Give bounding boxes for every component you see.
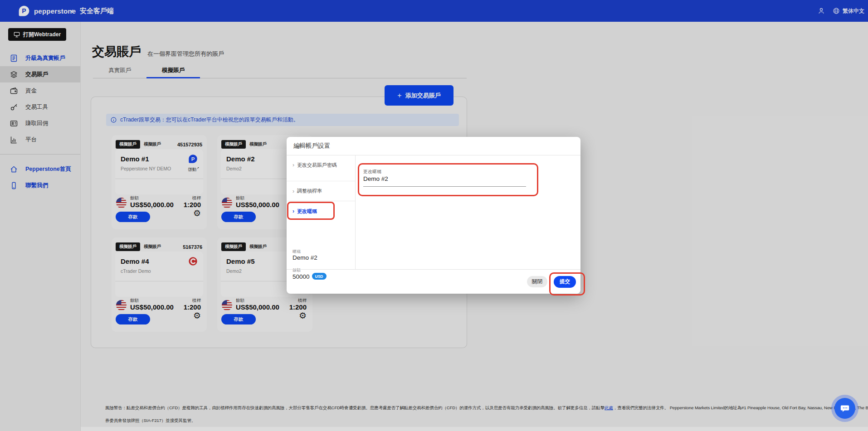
close-button[interactable]: 關閉 — [527, 276, 547, 287]
nickname-value: Demo #2 — [293, 254, 317, 261]
nickname-field-label: 更改暱稱 — [363, 169, 381, 175]
submit-button[interactable]: 提交 — [554, 276, 576, 288]
chat-icon — [840, 403, 850, 413]
modal-footer: 關閉 提交 — [287, 269, 580, 294]
modal-title: 編輯帳戶設置 — [287, 137, 580, 155]
edit-account-settings-modal: 編輯帳戶設置 › 更改交易賬戶密碼 › 調整槓桿率 › 更改暱稱 暱稱 Demo… — [287, 137, 580, 294]
modal-menu: › 更改交易賬戶密碼 › 調整槓桿率 › 更改暱稱 暱稱 Demo #2 餘額 … — [287, 155, 356, 269]
menu-item-label: 更改交易賬戶密碼 — [297, 162, 337, 169]
chevron-right-icon: › — [293, 208, 294, 214]
nickname-input[interactable]: Demo #2 — [363, 175, 526, 182]
input-underline — [363, 186, 526, 187]
menu-item-adjust-leverage[interactable]: › 調整槓桿率 — [287, 181, 355, 201]
page: { "topbar": { "brand": "pepperstone", "t… — [0, 0, 868, 431]
menu-item-change-password[interactable]: › 更改交易賬戶密碼 — [287, 155, 355, 181]
menu-item-label: 調整槓桿率 — [297, 188, 322, 194]
chat-widget-button[interactable] — [834, 398, 855, 419]
menu-item-label: 更改暱稱 — [297, 208, 317, 215]
menu-item-change-nickname[interactable]: › 更改暱稱 — [287, 201, 355, 221]
chevron-right-icon: › — [293, 162, 294, 168]
chevron-right-icon: › — [293, 188, 294, 194]
